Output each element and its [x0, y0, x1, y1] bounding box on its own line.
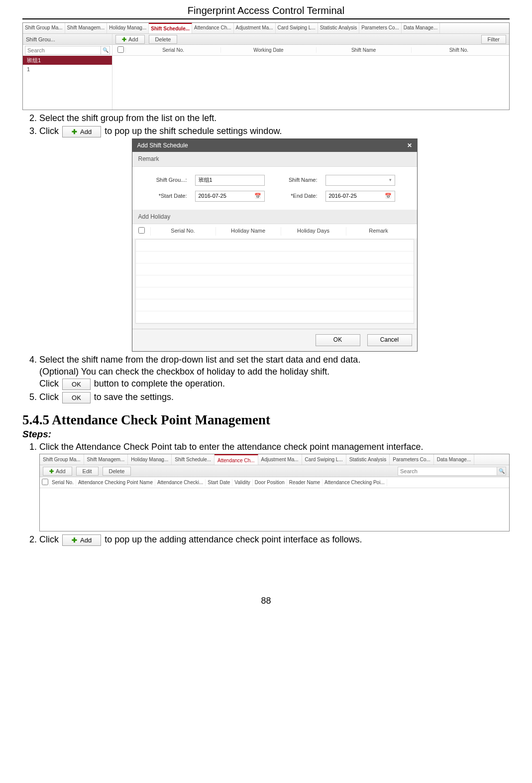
main-pane: ✚Add Delete Filter Serial No. Working Da… [112, 34, 509, 110]
step-3: Click ✚Add to pop up the shift schedule … [39, 125, 510, 351]
holiday-grid [135, 239, 414, 324]
column-header: Start Date [206, 479, 232, 486]
end-date-label: *End Date: [273, 192, 318, 200]
plus-icon: ✚ [72, 128, 77, 135]
remark-section: Remark [132, 152, 417, 166]
shift-name-field[interactable]: ▾ [325, 175, 395, 186]
column-header: Attendance Checki... [155, 479, 206, 486]
attendance-checkpoint-screenshot: Shift Group Ma... Shift Managem... Holid… [39, 454, 510, 531]
cancel-button[interactable]: Cancel [367, 334, 412, 346]
tab[interactable]: Parameters Co... [359, 23, 402, 33]
column-header: Holiday Name [215, 227, 281, 236]
tab[interactable]: Attendance Ch... [192, 23, 234, 33]
close-icon[interactable]: ✕ [407, 139, 412, 152]
table-row [136, 287, 414, 299]
tab[interactable]: Holiday Manag... [128, 454, 172, 465]
add-button-inline[interactable]: ✚Add [62, 126, 101, 138]
toolbar: ✚Add Delete Filter [112, 34, 509, 45]
dialog-footer: OK Cancel [132, 329, 417, 351]
column-headers: Serial No. Attendance Checking Point Nam… [40, 477, 509, 488]
tab[interactable]: Card Swiping L... [302, 454, 346, 465]
tab-shift-schedule[interactable]: Shift Schedule... [149, 23, 192, 33]
search-row: 🔍 [23, 45, 112, 56]
table-row [136, 299, 414, 311]
add-holiday-section: Add Holiday [132, 210, 417, 224]
dialog-titlebar: Add Shift Schedule ✕ [132, 139, 417, 152]
acp-steps-list: Click the Attendance Check Point tab to … [22, 441, 510, 546]
column-header: Door Position [253, 479, 287, 486]
tab[interactable]: Holiday Manag... [107, 23, 149, 33]
delete-button[interactable]: Delete [149, 35, 178, 44]
tab[interactable]: Shift Schedule... [172, 454, 214, 465]
add-button-inline[interactable]: ✚Add [62, 534, 101, 546]
checkbox-column[interactable] [40, 479, 50, 487]
column-headers: Serial No. Working Date Shift Name Shift… [112, 45, 509, 56]
table-row [136, 252, 414, 263]
sidebar: Shift Grou... 🔍 班组1 1 [23, 34, 112, 110]
calendar-icon: 📅 [385, 192, 392, 200]
holiday-columns: Serial No. Holiday Name Holiday Days Rem… [132, 224, 417, 239]
shift-group-field[interactable]: 班组1 [195, 175, 265, 186]
add-shift-schedule-dialog: Add Shift Schedule ✕ Remark Shift Grou..… [132, 138, 418, 351]
sidebar-item[interactable]: 1 [23, 65, 112, 74]
column-header: Attendance Checking Poi... [322, 479, 387, 486]
start-date-field[interactable]: 2016-07-25📅 [195, 191, 265, 202]
column-header: Serial No. [50, 479, 76, 486]
search-icon[interactable]: 🔍 [101, 46, 110, 55]
tab[interactable]: Statistic Analysis [346, 454, 390, 465]
dialog-title: Add Shift Schedule [137, 139, 188, 152]
tab[interactable]: Data Manage... [402, 23, 440, 33]
calendar-icon: 📅 [254, 192, 261, 200]
tab[interactable]: Card Swiping L... [276, 23, 318, 33]
form: Shift Grou...: 班组1 Shift Name: ▾ *Start … [132, 167, 417, 210]
tab[interactable]: Shift Group Ma... [23, 23, 65, 33]
checkbox-column[interactable] [115, 46, 125, 54]
section-heading: 5.4.5 Attendance Check Point Management [22, 412, 510, 428]
tab-row: Shift Group Ma... Shift Managem... Holid… [40, 454, 509, 465]
toolbar: ✚Add Edit Delete 🔍 [40, 465, 509, 477]
search-row: 🔍 [398, 467, 506, 476]
acp-step-1: Click the Attendance Check Point tab to … [39, 441, 510, 531]
edit-button[interactable]: Edit [76, 467, 99, 476]
plus-icon: ✚ [72, 536, 77, 544]
tab[interactable]: Shift Managem... [65, 23, 107, 33]
ok-button-inline[interactable]: OK [62, 392, 91, 404]
tab[interactable]: Adjustment Ma... [234, 23, 276, 33]
add-button[interactable]: ✚Add [43, 467, 72, 476]
column-header: Attendance Checking Point Name [76, 479, 155, 486]
steps-label: Steps: [22, 429, 510, 440]
checkbox-column[interactable] [138, 227, 150, 236]
tab[interactable]: Parameters Co... [390, 454, 434, 465]
shift-schedule-screenshot: Shift Group Ma... Shift Managem... Holid… [22, 22, 510, 110]
column-header: Serial No. [125, 47, 220, 53]
column-header: Reader Name [287, 479, 322, 486]
ok-button[interactable]: OK [316, 334, 360, 346]
shift-group-label: Shift Grou...: [142, 176, 187, 184]
ok-button-inline[interactable]: OK [62, 379, 91, 391]
search-input[interactable] [398, 467, 497, 476]
table-row [136, 311, 414, 323]
start-date-label: *Start Date: [142, 192, 187, 200]
tab[interactable]: Adjustment Ma... [258, 454, 302, 465]
tab[interactable]: Statistic Analysis [318, 23, 359, 33]
step-5: Click OK to save the settings. [39, 391, 510, 403]
plus-icon: ✚ [49, 467, 54, 475]
search-icon[interactable]: 🔍 [497, 467, 506, 476]
table-row [136, 263, 414, 275]
search-input[interactable] [25, 46, 101, 55]
tab[interactable]: Data Manage... [434, 454, 474, 465]
column-header: Shift Name [316, 47, 411, 53]
page-number: 88 [22, 596, 510, 606]
column-header: Validity [232, 479, 253, 486]
acp-step-2: Click ✚Add to pop up the adding attendan… [39, 533, 510, 546]
end-date-field[interactable]: 2016-07-25📅 [325, 191, 395, 202]
sidebar-item[interactable]: 班组1 [23, 56, 112, 65]
tab[interactable]: Shift Group Ma... [40, 454, 84, 465]
delete-button[interactable]: Delete [103, 467, 131, 476]
filter-button[interactable]: Filter [481, 35, 506, 44]
tab[interactable]: Shift Managem... [84, 454, 128, 465]
tab-row: Shift Group Ma... Shift Managem... Holid… [23, 23, 509, 34]
column-header: Working Date [220, 47, 316, 53]
add-button[interactable]: ✚Add [115, 35, 145, 44]
tab-attendance-check[interactable]: Attendance Ch... [214, 454, 258, 465]
